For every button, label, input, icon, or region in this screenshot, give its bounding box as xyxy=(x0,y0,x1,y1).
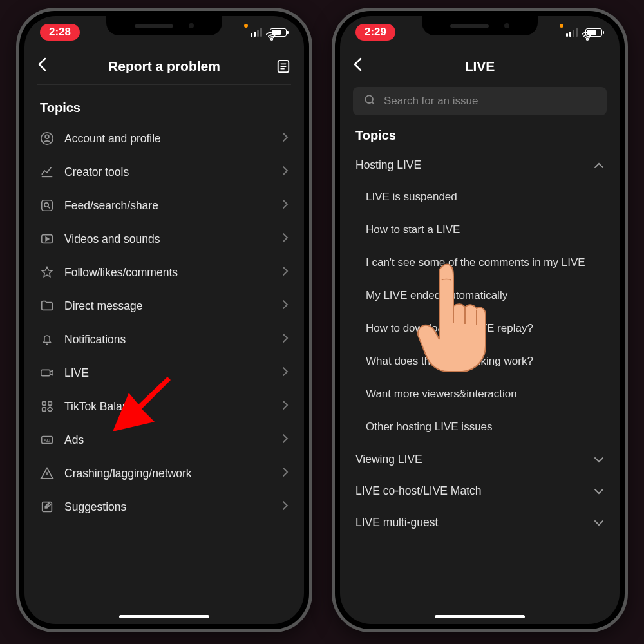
accordion-label: Viewing LIVE xyxy=(355,453,422,466)
accordion-label: LIVE co-host/LIVE Match xyxy=(355,484,482,498)
chevron-down-icon xyxy=(594,516,604,529)
topics-menu: Account and profile Creator tools Feed/s… xyxy=(24,122,304,524)
battery-icon xyxy=(585,28,604,37)
chevron-right-icon xyxy=(282,366,289,379)
battery-icon xyxy=(270,28,289,37)
menu-item-suggestions[interactable]: Suggestions xyxy=(37,490,291,524)
chevron-right-icon xyxy=(282,132,289,145)
account-icon xyxy=(40,131,54,146)
video-icon xyxy=(40,232,54,246)
folder-icon xyxy=(40,299,54,313)
menu-item-ads[interactable]: AD Ads xyxy=(37,423,291,457)
ad-icon: AD xyxy=(40,433,54,447)
back-button[interactable] xyxy=(353,57,368,75)
svg-rect-13 xyxy=(48,407,53,412)
home-indicator[interactable] xyxy=(435,615,525,618)
nav-bar: LIVE xyxy=(340,48,620,84)
svg-point-17 xyxy=(365,95,373,103)
sub-item-host-ranking[interactable]: What does the Host ranking work? xyxy=(366,345,604,378)
menu-item-account[interactable]: Account and profile xyxy=(37,122,291,155)
recording-indicator-dot xyxy=(560,24,564,28)
accordion-multiguest[interactable]: LIVE multi-guest xyxy=(340,507,620,538)
accordion-label: LIVE multi-guest xyxy=(355,516,438,529)
menu-item-notifications[interactable]: Notifications xyxy=(37,323,291,356)
hosting-live-sublist: LIVE is suspended How to start a LIVE I … xyxy=(340,181,620,444)
menu-item-feed[interactable]: Feed/search/share xyxy=(37,189,291,222)
svg-rect-12 xyxy=(43,408,46,412)
accordion-label: Hosting LIVE xyxy=(355,158,421,172)
notch xyxy=(106,16,222,35)
svg-rect-9 xyxy=(41,370,50,375)
section-title: Topics xyxy=(24,90,304,122)
nav-bar: Report a problem xyxy=(24,48,304,84)
chevron-right-icon xyxy=(282,333,289,346)
svg-point-5 xyxy=(45,135,49,138)
sub-item-more-viewers[interactable]: Want more viewers&interaction xyxy=(366,378,604,411)
chevron-right-icon xyxy=(282,266,289,279)
bell-icon xyxy=(40,332,54,346)
chevron-down-icon xyxy=(594,484,604,498)
status-time: 2:28 xyxy=(40,24,80,41)
phone-right: 2:29 LIVE xyxy=(332,8,628,632)
status-time: 2:29 xyxy=(355,24,395,41)
phone-left: 2:28 Report a problem Topics xyxy=(16,8,312,632)
cellular-signal-icon xyxy=(566,28,578,37)
chevron-up-icon xyxy=(594,158,604,172)
chevron-right-icon xyxy=(282,299,289,312)
accordion-cohost[interactable]: LIVE co-host/LIVE Match xyxy=(340,475,620,507)
section-title: Topics xyxy=(340,118,620,149)
divider xyxy=(37,84,291,85)
page-title: LIVE xyxy=(368,59,591,74)
sub-item-download-replay[interactable]: How to download my LIVE replay? xyxy=(366,312,604,345)
live-icon xyxy=(40,366,54,380)
menu-item-creator[interactable]: Creator tools xyxy=(37,155,291,189)
star-icon xyxy=(40,265,54,279)
accordion-hosting-live[interactable]: Hosting LIVE xyxy=(340,149,620,181)
page-title: Report a problem xyxy=(53,59,276,74)
search-container xyxy=(340,84,620,118)
recording-indicator-dot xyxy=(244,24,248,28)
svg-text:AD: AD xyxy=(44,437,50,443)
chevron-right-icon xyxy=(282,400,289,413)
sub-item-suspended[interactable]: LIVE is suspended xyxy=(366,181,604,214)
menu-item-balance[interactable]: TikTok Balance xyxy=(37,390,291,423)
search-input[interactable] xyxy=(384,95,596,108)
search-icon xyxy=(363,93,376,109)
sub-item-start-live[interactable]: How to start a LIVE xyxy=(366,214,604,247)
svg-rect-6 xyxy=(42,200,53,211)
svg-rect-10 xyxy=(43,402,46,406)
sub-item-ended[interactable]: My LIVE ended automatically xyxy=(366,279,604,312)
sub-item-comments[interactable]: I can't see some of the comments in my L… xyxy=(366,247,604,279)
warning-icon xyxy=(40,466,54,480)
home-indicator[interactable] xyxy=(119,615,209,618)
search-icon xyxy=(40,198,54,213)
chevron-right-icon xyxy=(282,433,289,446)
chart-icon xyxy=(40,165,54,179)
menu-item-videos[interactable]: Videos and sounds xyxy=(37,222,291,256)
back-button[interactable] xyxy=(37,57,53,75)
menu-item-follow[interactable]: Follow/likes/comments xyxy=(37,256,291,289)
report-log-button[interactable] xyxy=(276,59,291,73)
grid-icon xyxy=(40,399,54,413)
cellular-signal-icon xyxy=(251,28,262,37)
search-box[interactable] xyxy=(353,87,607,115)
edit-icon xyxy=(40,500,54,514)
chevron-right-icon xyxy=(282,500,289,513)
chevron-right-icon xyxy=(282,166,289,178)
menu-item-crashing[interactable]: Crashing/lagging/network xyxy=(37,457,291,490)
svg-point-7 xyxy=(44,203,48,207)
svg-rect-11 xyxy=(48,402,52,406)
chevron-right-icon xyxy=(282,232,289,245)
chevron-right-icon xyxy=(282,467,289,480)
chevron-right-icon xyxy=(282,199,289,212)
chevron-down-icon xyxy=(594,453,604,466)
menu-item-dm[interactable]: Direct message xyxy=(37,289,291,323)
menu-item-live[interactable]: LIVE xyxy=(37,356,291,390)
accordion-viewing-live[interactable]: Viewing LIVE xyxy=(340,444,620,475)
sub-item-other-hosting[interactable]: Other hosting LIVE issues xyxy=(366,411,604,444)
notch xyxy=(422,16,538,35)
